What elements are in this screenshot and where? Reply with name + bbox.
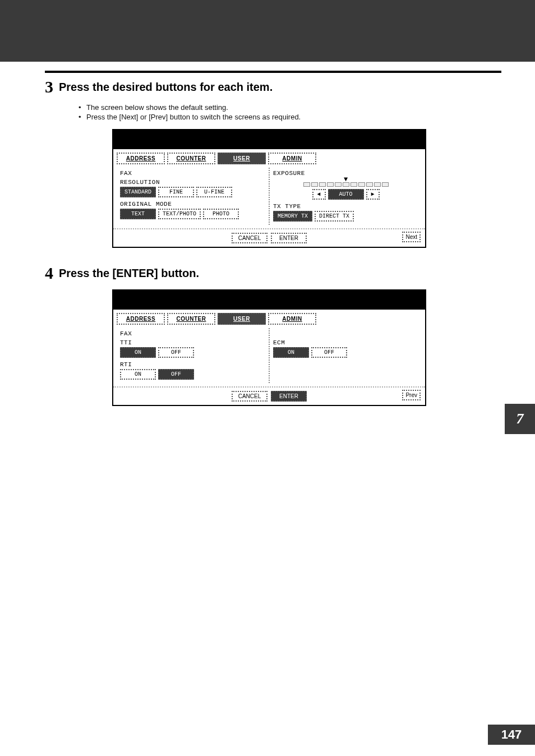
tti-on-button[interactable]: ON [120,347,156,358]
mode-textphoto-button[interactable]: TEXT/PHOTO [158,209,201,219]
label-original-mode: ORIGINAL MODE [120,201,265,208]
prev-button[interactable]: Prev [402,390,421,400]
ecm-on-button[interactable]: ON [273,347,309,358]
tab-admin[interactable]: ADMIN [268,153,316,164]
panel-left-col: FAX TTI ON OFF RTI ON OFF [117,328,270,383]
tab-address[interactable]: ADDRESS [117,313,165,325]
exposure-left-button[interactable]: ◄ [312,189,326,200]
panel-right-col: EXPOSURE ▼ ◄ AUTO ► TX TYPE MEMORY TX DI… [270,168,422,225]
step-4: 4 Press the [ENTER] button. [45,265,501,282]
step-number: 4 [45,265,53,282]
tti-off-button[interactable]: OFF [158,347,194,358]
panel-left-col: FAX RESOLUTION STANDARD FINE U-FINE ORIG… [117,168,270,225]
enter-button[interactable]: ENTER [271,233,307,243]
page-number: 147 [488,725,535,745]
step-3-bullets: The screen below shows the default setti… [79,103,501,121]
bullet-item: The screen below shows the default setti… [79,103,501,112]
resolution-standard-button[interactable]: STANDARD [120,187,156,197]
tab-row: ADDRESS COUNTER USER ADMIN [113,149,425,164]
exposure-right-button[interactable]: ► [366,189,380,200]
rti-on-button[interactable]: ON [120,369,156,380]
content-area: 3 Press the desired buttons for each ite… [45,79,501,423]
rti-off-button[interactable]: OFF [158,369,194,380]
tab-admin[interactable]: ADMIN [268,313,316,325]
enter-button[interactable]: ENTER [271,391,307,402]
tab-user[interactable]: USER [218,153,266,164]
panel-footer: CANCEL ENTER Next [113,228,425,247]
exposure-marker: ▼ [273,178,418,181]
label-ecm: ECM [273,339,418,346]
mode-photo-button[interactable]: PHOTO [203,209,239,219]
screen-panel-1: ADDRESS COUNTER USER ADMIN FAX RESOLUTIO… [112,129,426,248]
bullet-item: Press the [Next] or [Prev] button to swi… [79,113,501,121]
tab-row: ADDRESS COUNTER USER ADMIN [113,310,425,325]
label-resolution: RESOLUTION [120,179,265,186]
step-number: 3 [45,79,53,95]
resolution-ufine-button[interactable]: U-FINE [196,187,232,197]
ecm-off-button[interactable]: OFF [311,347,347,358]
panel-titlebar [113,291,425,310]
resolution-fine-button[interactable]: FINE [158,187,194,197]
header-band [0,0,535,62]
separator-rule [45,71,501,73]
label-rti: RTI [120,361,265,368]
tab-counter[interactable]: COUNTER [167,313,215,325]
tab-counter[interactable]: COUNTER [167,153,215,164]
cancel-button[interactable]: CANCEL [232,391,268,402]
step-title: Press the [ENTER] button. [59,265,199,280]
heading-fax: FAX [120,170,265,177]
memory-tx-button[interactable]: MEMORY TX [273,211,312,222]
panel-titlebar [113,130,425,149]
label-tx-type: TX TYPE [273,203,418,210]
tab-user[interactable]: USER [218,313,266,325]
section-tab: 7 [505,404,535,434]
mode-text-button[interactable]: TEXT [120,209,156,219]
next-button[interactable]: Next [402,232,421,242]
panel-footer: CANCEL ENTER Prev [113,386,425,405]
direct-tx-button[interactable]: DIRECT TX [315,211,354,222]
exposure-auto-button[interactable]: AUTO [328,189,364,200]
cancel-button[interactable]: CANCEL [232,233,268,243]
step-title: Press the desired buttons for each item. [59,79,273,94]
heading-fax: FAX [120,330,265,337]
step-3: 3 Press the desired buttons for each ite… [45,79,501,95]
tab-address[interactable]: ADDRESS [117,153,165,164]
screen-panel-2: ADDRESS COUNTER USER ADMIN FAX TTI ON OF… [112,289,426,406]
label-tti: TTI [120,339,265,346]
exposure-scale [273,182,418,187]
panel-right-col: . ECM ON OFF [270,328,422,383]
